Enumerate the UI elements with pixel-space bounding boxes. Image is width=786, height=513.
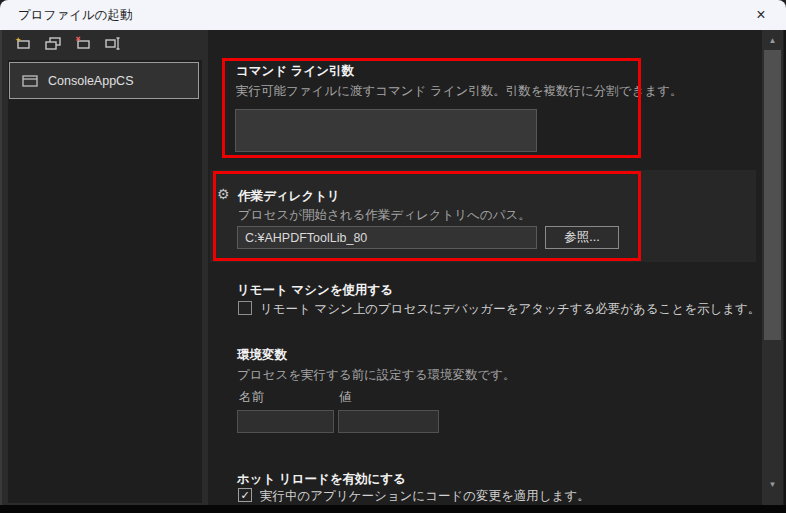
close-icon[interactable]: × (749, 4, 773, 26)
scroll-down-icon[interactable]: ▼ (762, 477, 783, 493)
working-dir-input[interactable] (237, 226, 537, 249)
profiles-toolbar (2, 34, 208, 60)
duplicate-profile-icon[interactable] (44, 34, 62, 52)
command-args-title: コマンド ライン引数 (236, 63, 354, 80)
scrollbar-thumb[interactable] (764, 50, 781, 340)
gear-icon: ⚙ (217, 187, 230, 201)
profile-item-consoleappcs[interactable]: ConsoleAppCS (9, 62, 199, 99)
hot-reload-checkbox-label: 実行中のアプリケーションにコードの変更を適用します。 (260, 488, 590, 505)
dialog-bottom-edge (0, 505, 786, 513)
command-args-textarea[interactable] (235, 109, 537, 152)
dialog-title: プロファイルの起動 (18, 8, 133, 22)
remote-machine-title: リモート マシンを使用する (237, 282, 393, 299)
delete-profile-icon[interactable] (74, 34, 92, 52)
hot-reload-checkbox[interactable]: ✓ (238, 488, 252, 502)
new-profile-icon[interactable] (14, 34, 32, 52)
rename-profile-icon[interactable] (104, 34, 122, 52)
hot-reload-title: ホット リロードを有効にする (237, 471, 406, 488)
env-value-header: 値 (339, 389, 352, 406)
working-dir-title: 作業ディレクトリ (238, 188, 340, 205)
scroll-up-icon[interactable]: ▲ (762, 33, 783, 49)
browse-button[interactable]: 参照... (545, 226, 619, 249)
working-dir-description: プロセスが開始される作業ディレクトリへのパス。 (238, 207, 531, 224)
remote-machine-checkbox[interactable] (238, 301, 252, 315)
profiles-list: ConsoleAppCS (8, 60, 202, 503)
env-name-input[interactable] (237, 410, 334, 433)
titlebar: プロファイルの起動 (0, 0, 786, 30)
command-args-description: 実行可能ファイルに渡すコマンド ライン引数。引数を複数行に分割できます。 (236, 83, 683, 100)
env-name-header: 名前 (239, 389, 264, 406)
env-vars-title: 環境変数 (237, 347, 287, 364)
window-icon (22, 75, 38, 87)
env-value-input[interactable] (338, 410, 439, 433)
remote-machine-checkbox-label: リモート マシン上のプロセスにデバッガーをアタッチする必要があることを示します。 (260, 301, 760, 318)
env-vars-description: プロセスを実行する前に設定する環境変数です。 (237, 367, 516, 384)
profile-item-label: ConsoleAppCS (48, 74, 133, 88)
launch-profiles-dialog: プロファイルの起動 × (0, 0, 786, 513)
